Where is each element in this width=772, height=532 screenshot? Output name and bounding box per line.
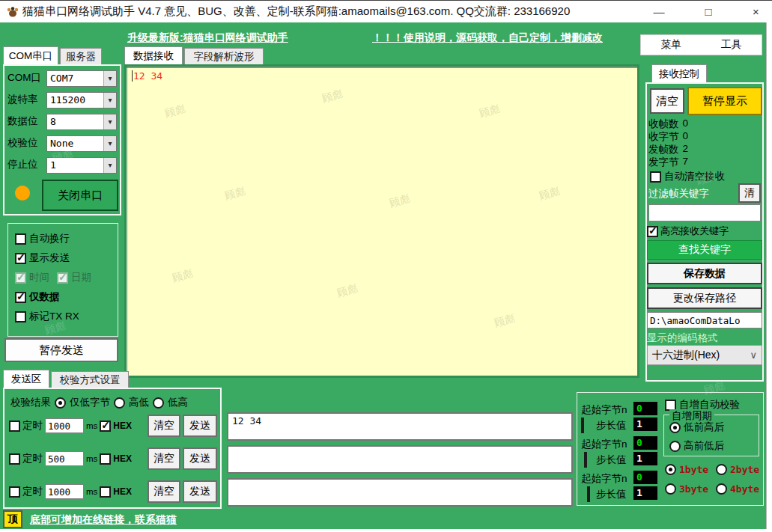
tx-frames-value: 2 <box>683 143 689 156</box>
footer-link[interactable]: 底部可增加在线链接，联系猫猫 <box>30 513 177 527</box>
menu-item-tools[interactable]: 工具 <box>721 38 742 52</box>
chevron-down-icon[interactable]: ▾ <box>103 136 116 151</box>
1byte-radio[interactable] <box>665 464 676 475</box>
mark-txrx-checkbox[interactable] <box>15 311 26 322</box>
find-keyword-button[interactable]: 查找关键字 <box>647 240 762 260</box>
low-first-row: 低前高后 <box>669 421 724 434</box>
timer-checkbox-2[interactable] <box>9 453 20 465</box>
4byte-radio[interactable] <box>716 483 727 495</box>
tab-data-receive[interactable]: 数据接收 <box>124 46 183 64</box>
send-message-input-1[interactable]: 12 34 <box>227 412 573 441</box>
step-checkbox-3[interactable] <box>587 486 590 502</box>
save-data-button[interactable]: 保存数据 <box>647 263 762 284</box>
send-message-input-2[interactable] <box>227 445 573 474</box>
clear-send-button-2[interactable]: 清空 <box>148 447 180 470</box>
data-only-checkbox[interactable] <box>15 292 26 303</box>
hex-checkbox-2[interactable] <box>100 453 111 465</box>
auto-clear-row: 自动清空接收 <box>650 170 725 183</box>
save-path-input[interactable] <box>647 312 762 328</box>
high-first-label: 高前低后 <box>684 439 724 453</box>
change-save-path-button[interactable]: 更改保存路径 <box>647 287 762 309</box>
tab-receive-control[interactable]: 接收控制 <box>651 64 707 82</box>
pause-display-button[interactable]: 暂停显示 <box>687 87 762 115</box>
send-button-1[interactable]: 发送 <box>183 415 217 437</box>
filter-keyword-input[interactable] <box>648 204 761 221</box>
start-byte-value-1[interactable]: 0 <box>633 402 657 415</box>
interval-input-2[interactable] <box>45 451 84 466</box>
send-row-3: 定时 ms HEX 清空 发送 <box>9 480 217 503</box>
step-value-1[interactable]: 1 <box>633 418 657 431</box>
pause-send-button[interactable]: 暂停发送 <box>4 338 118 362</box>
stop-bits-select[interactable]: 1 ▾ <box>46 157 117 174</box>
timer-checkbox-1[interactable] <box>9 421 20 432</box>
chevron-down-icon[interactable]: ▾ <box>103 71 116 86</box>
highlight-checkbox[interactable] <box>647 226 658 237</box>
data-bits-select[interactable]: 8 ▾ <box>46 114 117 130</box>
interval-input-3[interactable] <box>45 484 84 499</box>
filter-clear-button[interactable]: 清 <box>738 183 761 203</box>
tab-field-parse-wave[interactable]: 字段解析波形 <box>184 48 264 64</box>
encoding-format-select[interactable]: 十六进制(Hex) ∨ <box>647 345 762 365</box>
close-button[interactable]: × <box>740 0 772 22</box>
encoding-format-label: 显示的编码格式 <box>647 331 718 345</box>
parity-select[interactable]: None ▾ <box>46 135 117 152</box>
start-byte-value-3[interactable]: 0 <box>633 471 657 484</box>
step-value-3[interactable]: 1 <box>633 486 657 500</box>
interval-input-1[interactable] <box>45 418 84 433</box>
tab-checksum-settings[interactable]: 校验方式设置 <box>51 371 129 388</box>
stop-bits-label: 停止位 <box>7 158 43 171</box>
hex-checkbox-3[interactable] <box>100 486 111 498</box>
clear-send-button-3[interactable]: 清空 <box>148 480 180 503</box>
auto-wrap-checkbox[interactable] <box>15 233 26 245</box>
highlight-label: 高亮接收关键字 <box>660 224 729 238</box>
step-value-2[interactable]: 1 <box>633 452 657 465</box>
parity-row: 校验位 <box>7 136 43 150</box>
date-checkbox[interactable] <box>57 272 68 284</box>
tab-send-area[interactable]: 发送区 <box>3 370 49 388</box>
chevron-down-icon[interactable]: ▾ <box>103 114 116 129</box>
close-serial-button[interactable]: 关闭串口 <box>42 180 118 211</box>
rx-frames-label: 收帧数 <box>648 117 679 131</box>
tx-frames-label: 发帧数 <box>648 143 679 156</box>
com-port-select[interactable]: COM7 ▾ <box>46 70 117 87</box>
hex-checkbox-1[interactable] <box>100 421 111 432</box>
auto-wrap-label: 自动换行 <box>29 232 70 245</box>
2byte-radio[interactable] <box>716 464 727 475</box>
byte-row-3: 3byte <box>665 483 708 495</box>
maximize-button[interactable]: □ <box>691 0 726 22</box>
help-link[interactable]: ！！！使用说明，源码获取，自己定制，增删减改 <box>372 31 603 45</box>
tab-server[interactable]: 服务器 <box>60 48 102 64</box>
menu-item-menu[interactable]: 菜单 <box>660 38 681 52</box>
clear-send-button-1[interactable]: 清空 <box>148 415 180 437</box>
step-checkbox-2[interactable] <box>584 452 587 468</box>
send-message-input-3[interactable] <box>227 478 573 507</box>
chevron-down-icon[interactable]: ▾ <box>103 93 116 108</box>
window-right-edge <box>766 22 772 532</box>
auto-clear-checkbox[interactable] <box>650 171 661 183</box>
3byte-radio[interactable] <box>665 483 676 495</box>
time-checkbox[interactable] <box>15 272 26 284</box>
top-button[interactable]: 顶 <box>3 510 22 528</box>
clear-receive-button[interactable]: 清空 <box>650 88 684 114</box>
baud-rate-select[interactable]: 115200 ▾ <box>46 92 117 108</box>
upgrade-link[interactable]: 升级最新版:猫猫串口网络调试助手 <box>127 31 288 45</box>
data-bits-row: 数据位 <box>7 114 43 128</box>
send-button-2[interactable]: 发送 <box>183 447 217 470</box>
checksum-lowhigh-radio[interactable] <box>153 397 164 409</box>
receive-display-area[interactable]: 12 34 <box>124 64 639 378</box>
high-first-radio[interactable] <box>669 441 681 452</box>
checksum-highlow-radio[interactable] <box>114 397 125 409</box>
timer-checkbox-3[interactable] <box>9 486 20 498</box>
start-byte-value-2[interactable]: 0 <box>633 436 657 450</box>
step-checkbox-1[interactable] <box>581 418 584 433</box>
checksum-lowbyte-radio[interactable] <box>55 397 66 409</box>
send-button-3[interactable]: 发送 <box>183 480 217 503</box>
tab-com-serial[interactable]: COM串口 <box>3 46 58 64</box>
rx-frames-value: 0 <box>683 117 689 131</box>
high-first-row: 高前低后 <box>669 439 724 453</box>
chevron-down-icon[interactable]: ▾ <box>103 158 116 173</box>
show-send-checkbox[interactable] <box>15 253 26 264</box>
low-first-radio[interactable] <box>669 422 681 433</box>
mark-txrx-label: 标记TX RX <box>29 310 79 323</box>
minimize-button[interactable]: — <box>642 0 675 22</box>
